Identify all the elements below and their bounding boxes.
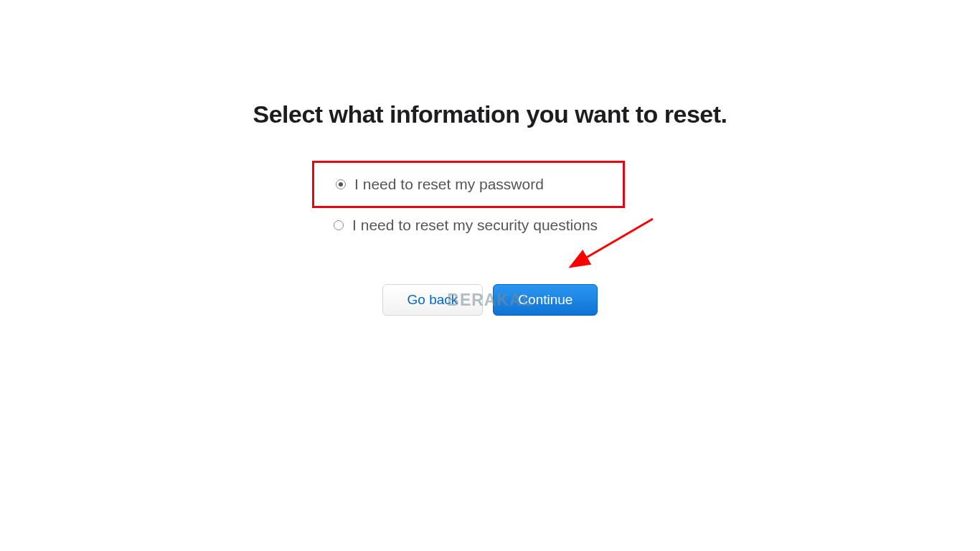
option-password-label: I need to reset my password: [354, 176, 544, 193]
continue-button[interactable]: Continue: [493, 284, 598, 316]
continue-button-label: Continue: [518, 292, 573, 307]
button-row: Go back Continue BERAKAL: [0, 284, 980, 316]
page-title: Select what information you want to rese…: [0, 100, 980, 128]
radio-password-icon[interactable]: [336, 179, 346, 189]
go-back-button[interactable]: Go back: [382, 284, 484, 316]
option-reset-security-questions[interactable]: I need to reset my security questions: [334, 211, 646, 234]
option-reset-password[interactable]: I need to reset my password: [336, 176, 544, 193]
highlight-annotation: I need to reset my password: [312, 161, 625, 208]
radio-security-icon[interactable]: [334, 220, 344, 230]
option-security-label: I need to reset my security questions: [352, 217, 598, 234]
reset-selection-panel: Select what information you want to rese…: [0, 0, 980, 316]
options-group: I need to reset my password I need to re…: [334, 161, 646, 234]
